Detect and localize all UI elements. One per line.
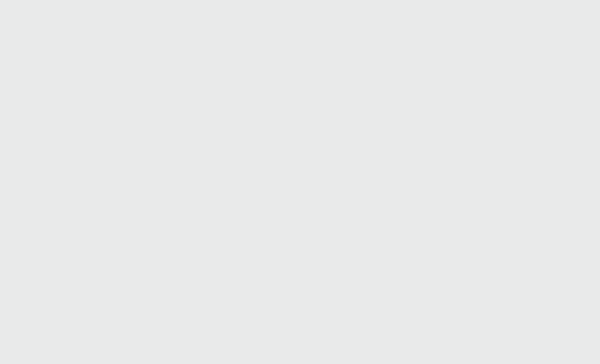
sequencer-window: [0, 0, 600, 364]
